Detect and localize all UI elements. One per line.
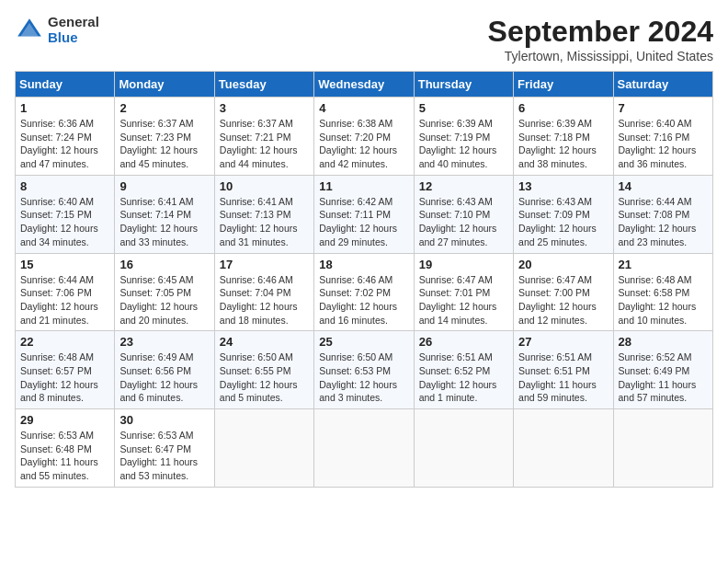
day-info: Sunrise: 6:46 AM Sunset: 7:04 PM Dayligh…: [220, 273, 309, 327]
day-info: Sunrise: 6:41 AM Sunset: 7:13 PM Dayligh…: [220, 195, 309, 249]
day-number: 7: [619, 101, 708, 115]
day-info: Sunrise: 6:43 AM Sunset: 7:09 PM Dayligh…: [518, 195, 608, 249]
day-number: 15: [20, 258, 109, 271]
calendar-cell: 24 Sunrise: 6:50 AM Sunset: 6:55 PM Dayl…: [214, 331, 313, 409]
calendar-cell: 9 Sunrise: 6:41 AM Sunset: 7:14 PM Dayli…: [115, 175, 214, 253]
day-info: Sunrise: 6:44 AM Sunset: 7:08 PM Dayligh…: [619, 195, 708, 249]
calendar-body: 1 Sunrise: 6:36 AM Sunset: 7:24 PM Dayli…: [16, 98, 713, 488]
week-row-5: 29 Sunrise: 6:53 AM Sunset: 6:48 PM Dayl…: [16, 409, 713, 488]
calendar-cell: 10 Sunrise: 6:41 AM Sunset: 7:13 PM Dayl…: [214, 175, 313, 253]
day-info: Sunrise: 6:47 AM Sunset: 7:00 PM Dayligh…: [518, 273, 608, 327]
day-number: 14: [619, 179, 708, 193]
header-tuesday: Tuesday: [214, 72, 313, 98]
day-info: Sunrise: 6:53 AM Sunset: 6:47 PM Dayligh…: [119, 429, 209, 483]
day-info: Sunrise: 6:48 AM Sunset: 6:57 PM Dayligh…: [20, 350, 109, 405]
day-number: 24: [220, 335, 309, 349]
day-number: 2: [119, 101, 209, 115]
day-info: Sunrise: 6:40 AM Sunset: 7:16 PM Dayligh…: [619, 117, 708, 171]
day-info: Sunrise: 6:51 AM Sunset: 6:51 PM Dayligh…: [518, 350, 608, 405]
day-number: 17: [220, 258, 309, 271]
day-info: Sunrise: 6:45 AM Sunset: 7:05 PM Dayligh…: [119, 273, 209, 327]
logo-icon: [15, 16, 44, 45]
calendar-cell: [613, 409, 712, 488]
day-number: 1: [20, 101, 109, 115]
calendar-cell: 30 Sunrise: 6:53 AM Sunset: 6:47 PM Dayl…: [115, 409, 214, 488]
calendar-cell: [414, 409, 513, 488]
page-header: General Blue September 2024 Tylertown, M…: [15, 15, 713, 63]
location: Tylertown, Mississippi, United States: [488, 49, 713, 63]
day-info: Sunrise: 6:49 AM Sunset: 6:56 PM Dayligh…: [119, 350, 209, 405]
day-info: Sunrise: 6:37 AM Sunset: 7:21 PM Dayligh…: [220, 117, 309, 171]
header-row: SundayMondayTuesdayWednesdayThursdayFrid…: [16, 72, 713, 98]
calendar-cell: 13 Sunrise: 6:43 AM Sunset: 7:09 PM Dayl…: [514, 175, 613, 253]
day-info: Sunrise: 6:51 AM Sunset: 6:52 PM Dayligh…: [419, 350, 508, 405]
day-number: 28: [619, 335, 708, 349]
day-info: Sunrise: 6:53 AM Sunset: 6:48 PM Dayligh…: [20, 429, 109, 483]
day-info: Sunrise: 6:47 AM Sunset: 7:01 PM Dayligh…: [419, 273, 508, 327]
day-number: 6: [518, 101, 608, 115]
calendar-cell: 11 Sunrise: 6:42 AM Sunset: 7:11 PM Dayl…: [314, 175, 414, 253]
day-number: 23: [119, 335, 209, 349]
day-info: Sunrise: 6:52 AM Sunset: 6:49 PM Dayligh…: [619, 350, 708, 405]
calendar-cell: 12 Sunrise: 6:43 AM Sunset: 7:10 PM Dayl…: [414, 175, 513, 253]
calendar-cell: 7 Sunrise: 6:40 AM Sunset: 7:16 PM Dayli…: [613, 98, 712, 176]
calendar-cell: 26 Sunrise: 6:51 AM Sunset: 6:52 PM Dayl…: [414, 331, 513, 409]
day-number: 11: [319, 179, 408, 193]
calendar-header: SundayMondayTuesdayWednesdayThursdayFrid…: [16, 72, 713, 98]
logo-text: General Blue: [48, 15, 99, 45]
calendar-cell: 4 Sunrise: 6:38 AM Sunset: 7:20 PM Dayli…: [314, 98, 414, 176]
week-row-4: 22 Sunrise: 6:48 AM Sunset: 6:57 PM Dayl…: [16, 331, 713, 409]
week-row-1: 1 Sunrise: 6:36 AM Sunset: 7:24 PM Dayli…: [16, 98, 713, 176]
day-info: Sunrise: 6:44 AM Sunset: 7:06 PM Dayligh…: [20, 273, 109, 327]
day-number: 5: [419, 101, 508, 115]
week-row-3: 15 Sunrise: 6:44 AM Sunset: 7:06 PM Dayl…: [16, 253, 713, 331]
day-info: Sunrise: 6:43 AM Sunset: 7:10 PM Dayligh…: [419, 195, 508, 249]
day-number: 3: [220, 101, 309, 115]
day-number: 4: [319, 101, 408, 115]
calendar-cell: 14 Sunrise: 6:44 AM Sunset: 7:08 PM Dayl…: [613, 175, 712, 253]
calendar-cell: [514, 409, 613, 488]
title-block: September 2024 Tylertown, Mississippi, U…: [488, 15, 713, 63]
header-thursday: Thursday: [414, 72, 513, 98]
day-number: 9: [119, 179, 209, 193]
day-number: 30: [119, 413, 209, 427]
day-number: 21: [619, 258, 708, 271]
calendar-cell: 6 Sunrise: 6:39 AM Sunset: 7:18 PM Dayli…: [514, 98, 613, 176]
calendar: SundayMondayTuesdayWednesdayThursdayFrid…: [15, 71, 713, 488]
day-number: 18: [319, 258, 408, 271]
logo: General Blue: [15, 15, 99, 45]
day-number: 27: [518, 335, 608, 349]
day-number: 19: [419, 258, 508, 271]
day-number: 25: [319, 335, 408, 349]
calendar-cell: 2 Sunrise: 6:37 AM Sunset: 7:23 PM Dayli…: [115, 98, 214, 176]
calendar-cell: 8 Sunrise: 6:40 AM Sunset: 7:15 PM Dayli…: [16, 175, 115, 253]
header-wednesday: Wednesday: [314, 72, 414, 98]
calendar-cell: [214, 409, 313, 488]
calendar-cell: 19 Sunrise: 6:47 AM Sunset: 7:01 PM Dayl…: [414, 253, 513, 331]
calendar-cell: 16 Sunrise: 6:45 AM Sunset: 7:05 PM Dayl…: [115, 253, 214, 331]
calendar-cell: 17 Sunrise: 6:46 AM Sunset: 7:04 PM Dayl…: [214, 253, 313, 331]
week-row-2: 8 Sunrise: 6:40 AM Sunset: 7:15 PM Dayli…: [16, 175, 713, 253]
calendar-cell: 5 Sunrise: 6:39 AM Sunset: 7:19 PM Dayli…: [414, 98, 513, 176]
day-info: Sunrise: 6:50 AM Sunset: 6:55 PM Dayligh…: [220, 350, 309, 405]
day-info: Sunrise: 6:39 AM Sunset: 7:18 PM Dayligh…: [518, 117, 608, 171]
day-info: Sunrise: 6:42 AM Sunset: 7:11 PM Dayligh…: [319, 195, 408, 249]
day-number: 16: [119, 258, 209, 271]
calendar-cell: 21 Sunrise: 6:48 AM Sunset: 6:58 PM Dayl…: [613, 253, 712, 331]
calendar-cell: 1 Sunrise: 6:36 AM Sunset: 7:24 PM Dayli…: [16, 98, 115, 176]
month-title: September 2024: [488, 15, 713, 49]
header-sunday: Sunday: [16, 72, 115, 98]
calendar-cell: 20 Sunrise: 6:47 AM Sunset: 7:00 PM Dayl…: [514, 253, 613, 331]
day-number: 26: [419, 335, 508, 349]
logo-blue: Blue: [48, 30, 99, 46]
day-number: 8: [20, 179, 109, 193]
calendar-cell: 22 Sunrise: 6:48 AM Sunset: 6:57 PM Dayl…: [16, 331, 115, 409]
day-number: 12: [419, 179, 508, 193]
calendar-cell: [314, 409, 414, 488]
calendar-cell: 3 Sunrise: 6:37 AM Sunset: 7:21 PM Dayli…: [214, 98, 313, 176]
calendar-cell: 23 Sunrise: 6:49 AM Sunset: 6:56 PM Dayl…: [115, 331, 214, 409]
calendar-cell: 28 Sunrise: 6:52 AM Sunset: 6:49 PM Dayl…: [613, 331, 712, 409]
day-info: Sunrise: 6:46 AM Sunset: 7:02 PM Dayligh…: [319, 273, 408, 327]
logo-general: General: [48, 15, 99, 30]
day-info: Sunrise: 6:41 AM Sunset: 7:14 PM Dayligh…: [119, 195, 209, 249]
